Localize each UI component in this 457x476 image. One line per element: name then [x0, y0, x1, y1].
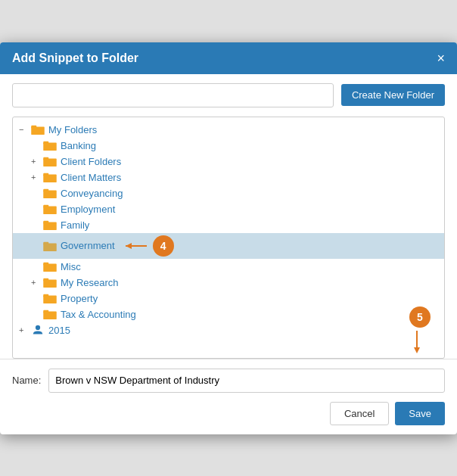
annotation-4: 4 — [121, 235, 174, 257]
modal-title: Add Snippet to Folder — [12, 51, 138, 65]
svg-rect-3 — [43, 142, 48, 145]
expander-client-folders[interactable]: + — [31, 157, 43, 166]
tree-item-my-folders[interactable]: − My Folders — [13, 122, 444, 138]
label-government: Government — [61, 240, 115, 251]
label-misc: Misc — [61, 261, 81, 272]
tree-item-employment[interactable]: Employment — [13, 201, 444, 217]
expander-2015[interactable]: + — [19, 325, 31, 334]
tree-item-family[interactable]: Family — [13, 217, 444, 233]
svg-rect-1 — [31, 126, 36, 129]
modal-add-snippet: Add Snippet to Folder × Create New Folde… — [0, 42, 457, 434]
label-employment: Employment — [61, 204, 115, 215]
arrow-down-icon — [411, 331, 423, 353]
label-my-folders: My Folders — [48, 124, 97, 135]
svg-point-26 — [36, 325, 40, 330]
svg-rect-7 — [43, 173, 48, 176]
modal-bottom: Name: Cancel Save — [0, 359, 457, 434]
label-client-matters: Client Matters — [61, 172, 121, 183]
tree-item-government[interactable]: Government 4 — [13, 233, 444, 259]
label-2015: 2015 — [48, 325, 70, 336]
folder-icon-conveyancing — [43, 188, 57, 198]
expander-my-research[interactable]: + — [31, 278, 43, 287]
label-tax-accounting: Tax & Accounting — [61, 309, 136, 320]
tree-item-banking[interactable]: Banking — [13, 138, 444, 154]
badge-4: 4 — [153, 235, 174, 257]
folder-icon-banking — [43, 140, 57, 151]
tree-list: − My Folders Banking — [13, 117, 444, 343]
svg-marker-28 — [414, 347, 420, 353]
folder-icon-tax-accounting — [43, 309, 57, 319]
svg-rect-13 — [43, 221, 48, 224]
svg-rect-21 — [43, 278, 48, 282]
arrow-left-icon — [121, 240, 147, 252]
expander-my-folders[interactable]: − — [19, 125, 31, 134]
search-input[interactable] — [12, 83, 334, 107]
folder-icon-client-folders — [43, 156, 57, 166]
label-banking: Banking — [61, 140, 96, 151]
tree-item-misc[interactable]: Misc — [13, 259, 444, 275]
badge-5: 5 — [409, 306, 431, 328]
svg-marker-17 — [126, 243, 132, 249]
folder-icon-government — [43, 241, 57, 251]
folder-icon-employment — [43, 204, 57, 214]
cancel-button[interactable]: Cancel — [330, 402, 389, 425]
label-family: Family — [61, 219, 89, 231]
expander-client-matters[interactable]: + — [31, 173, 43, 182]
svg-rect-5 — [43, 157, 48, 160]
create-folder-button[interactable]: Create New Folder — [341, 84, 445, 106]
folder-icon-family — [43, 219, 57, 230]
name-input[interactable] — [48, 369, 445, 393]
svg-rect-9 — [43, 189, 48, 192]
label-property: Property — [61, 293, 98, 304]
close-button[interactable]: × — [437, 51, 445, 65]
tree-item-property[interactable]: Property — [13, 291, 444, 306]
modal-header: Add Snippet to Folder × — [0, 42, 457, 74]
folder-icon-misc — [43, 261, 57, 272]
svg-rect-11 — [43, 205, 48, 208]
tree-item-2015[interactable]: + 2015 — [13, 322, 444, 338]
tree-item-tax-accounting[interactable]: Tax & Accounting — [13, 306, 444, 322]
folder-tree[interactable]: − My Folders Banking — [12, 117, 445, 359]
svg-rect-25 — [43, 310, 48, 313]
save-button[interactable]: Save — [395, 402, 445, 425]
svg-rect-23 — [43, 294, 48, 297]
annotation-5-wrapper: 5 — [403, 306, 431, 353]
folder-icon-client-matters — [43, 172, 57, 182]
person-icon-2015 — [31, 325, 45, 335]
label-my-research: My Research — [61, 277, 119, 288]
folder-icon-my-folders — [31, 124, 45, 135]
label-conveyancing: Conveyancing — [61, 188, 123, 199]
tree-item-conveyancing[interactable]: Conveyancing — [13, 185, 444, 201]
tree-item-client-folders[interactable]: + Client Folders — [13, 154, 444, 170]
svg-rect-19 — [43, 263, 48, 266]
svg-rect-15 — [43, 241, 48, 244]
tree-item-my-research[interactable]: + My Research — [13, 275, 444, 291]
button-row: Cancel Save — [12, 402, 445, 425]
top-row: Create New Folder — [0, 74, 457, 117]
label-client-folders: Client Folders — [61, 156, 121, 167]
folder-icon-my-research — [43, 277, 57, 288]
name-label: Name: — [12, 375, 41, 386]
name-row: Name: — [12, 369, 445, 393]
folder-icon-property — [43, 293, 57, 303]
tree-item-client-matters[interactable]: + Client Matters — [13, 170, 444, 185]
